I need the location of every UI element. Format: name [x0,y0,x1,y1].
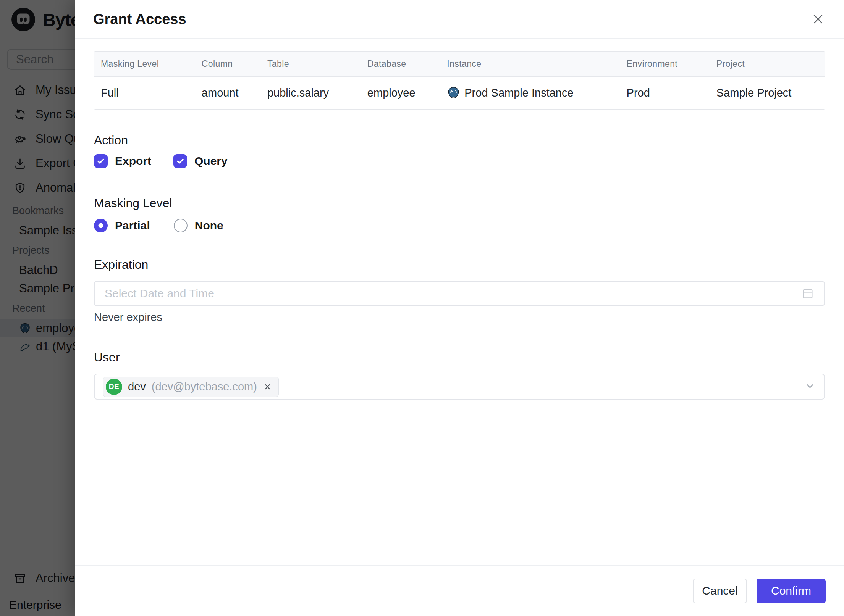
masking-level-heading: Masking Level [94,196,825,210]
close-button[interactable] [810,11,826,27]
cell-environment: Prod [620,87,710,99]
column-header: Instance [440,59,620,69]
user-avatar: DE [106,379,122,395]
user-heading: User [94,350,825,364]
radio-label: Partial [115,219,150,232]
none-radio[interactable]: None [174,219,223,232]
modal-header: Grant Access [75,0,844,39]
close-icon [812,13,825,26]
radio-label: None [195,219,223,232]
selected-user-tag: DE dev (dev@bytebase.com) [103,377,279,397]
action-heading: Action [94,133,825,147]
checkbox-checked-icon [94,154,108,168]
instance-name: Prod Sample Instance [464,87,573,99]
table-header-row: Masking Level Column Table Database Inst… [94,52,825,77]
expiration-hint: Never expires [94,311,825,324]
column-header: Environment [620,59,710,69]
user-email: (dev@bytebase.com) [152,381,257,393]
user-select[interactable]: DE dev (dev@bytebase.com) [94,374,825,400]
column-header: Database [361,59,440,69]
grant-access-modal: Grant Access Masking Level Column Table … [75,0,844,616]
cell-project: Sample Project [710,87,825,99]
masking-level-options: Partial None [94,219,825,232]
cell-column: amount [195,87,261,99]
cell-table: public.salary [261,87,361,99]
cell-instance: Prod Sample Instance [440,86,620,100]
close-icon [263,382,272,392]
export-checkbox[interactable]: Export [94,154,151,168]
checkbox-label: Query [194,155,228,168]
partial-radio[interactable]: Partial [94,219,150,232]
user-name: dev [128,381,146,393]
modal-title: Grant Access [93,11,186,27]
cell-database: employee [361,87,440,99]
checkbox-label: Export [115,155,151,168]
expiration-datetime-input[interactable]: Select Date and Time [94,281,825,306]
calendar-icon [801,287,814,300]
remove-user-button[interactable] [263,382,272,392]
chevron-down-icon [804,380,816,393]
radio-unselected-icon [174,219,188,232]
column-header: Masking Level [94,59,195,69]
column-header: Project [710,59,825,69]
column-header: Table [261,59,361,69]
column-header: Column [195,59,261,69]
query-checkbox[interactable]: Query [173,154,228,168]
expiration-heading: Expiration [94,258,825,272]
action-options: Export Query [94,154,825,168]
radio-selected-icon [94,219,108,232]
cancel-button[interactable]: Cancel [693,579,747,603]
modal-body: Masking Level Column Table Database Inst… [75,39,844,565]
cell-masking-level: Full [94,87,195,99]
masking-access-table: Masking Level Column Table Database Inst… [94,51,825,110]
postgres-icon [447,86,460,100]
datetime-placeholder: Select Date and Time [105,287,214,300]
modal-footer: Cancel Confirm [75,565,844,616]
table-row: Full amount public.salary employee Prod … [94,77,825,109]
confirm-button[interactable]: Confirm [757,579,826,603]
checkbox-checked-icon [173,154,187,168]
